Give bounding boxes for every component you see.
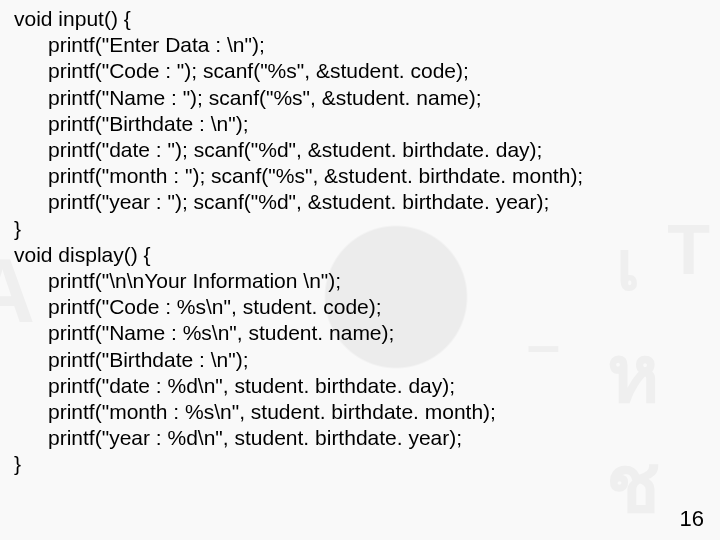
code-line: printf("date : %d\n", student. birthdate… [14,373,710,399]
code-line: printf("Enter Data : \n"); [14,32,710,58]
code-line: printf("Birthdate : \n"); [14,347,710,373]
code-line: printf("Birthdate : \n"); [14,111,710,137]
code-line: printf("Name : %s\n", student. name); [14,320,710,346]
code-line: printf("year : %d\n", student. birthdate… [14,425,710,451]
code-block: void input() { printf("Enter Data : \n")… [0,0,720,540]
code-line: void input() { [14,6,710,32]
code-line: void display() { [14,242,710,268]
code-line: printf("Name : "); scanf("%s", &student.… [14,85,710,111]
code-line: printf("Code : %s\n", student. code); [14,294,710,320]
code-line: printf("date : "); scanf("%d", &student.… [14,137,710,163]
code-line: } [14,216,710,242]
code-line: } [14,451,710,477]
code-line: printf("\n\nYour Information \n"); [14,268,710,294]
code-line: printf("year : "); scanf("%d", &student.… [14,189,710,215]
code-line: printf("month : %s\n", student. birthdat… [14,399,710,425]
code-line: printf("Code : "); scanf("%s", &student.… [14,58,710,84]
page-number: 16 [680,506,704,532]
code-line: printf("month : "); scanf("%s", &student… [14,163,710,189]
